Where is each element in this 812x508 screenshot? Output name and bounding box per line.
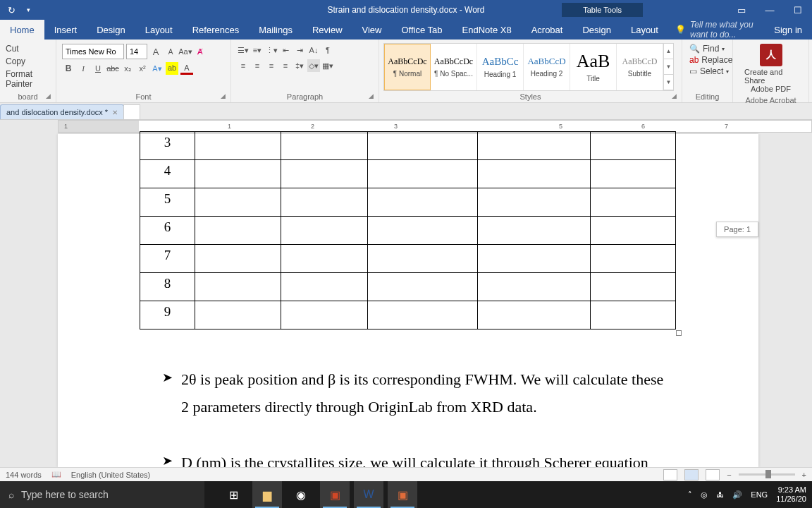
style-title[interactable]: AaBTitle: [570, 44, 617, 90]
print-layout-icon[interactable]: [684, 469, 699, 480]
table-row[interactable]: 6: [140, 217, 676, 245]
new-tab-button[interactable]: [123, 104, 140, 119]
tab-table-design[interactable]: Design: [572, 20, 620, 40]
redo-icon[interactable]: ↻: [6, 4, 17, 16]
styles-up-icon[interactable]: ▲: [664, 44, 673, 59]
justify-icon[interactable]: ≡: [279, 59, 292, 72]
shrink-font-icon[interactable]: A: [164, 45, 177, 58]
shading-icon[interactable]: ◇▾: [307, 59, 320, 72]
table-row[interactable]: 7: [140, 245, 676, 273]
tray-chevron-icon[interactable]: ˄: [688, 490, 692, 500]
align-right-icon[interactable]: ≡: [265, 59, 278, 72]
network-icon[interactable]: 🖧: [716, 490, 724, 499]
chrome-icon[interactable]: ◉: [286, 481, 316, 508]
align-left-icon[interactable]: ≡: [237, 59, 250, 72]
powerpoint-icon[interactable]: ▣: [320, 481, 350, 508]
bold-button[interactable]: B: [62, 62, 75, 75]
word-icon[interactable]: W: [354, 481, 383, 508]
show-marks-icon[interactable]: ¶: [321, 44, 334, 56]
table-row[interactable]: 4: [140, 160, 676, 188]
tab-table-layout[interactable]: Layout: [621, 20, 668, 40]
increase-indent-icon[interactable]: ⇥: [293, 44, 306, 56]
find-button[interactable]: 🔍Find▾: [689, 44, 725, 54]
maximize-button[interactable]: ☐: [784, 0, 812, 20]
style---no-spac---[interactable]: AaBbCcDc¶ No Spac...: [431, 44, 477, 90]
font-size-input[interactable]: [126, 44, 147, 59]
tab-review[interactable]: Review: [302, 20, 352, 40]
text-effects-icon[interactable]: A▾: [151, 62, 164, 75]
body-paragraph-1[interactable]: 2θ is peak position and β is its corresp…: [181, 365, 668, 421]
read-mode-icon[interactable]: [663, 469, 677, 480]
table-row[interactable]: 8: [140, 273, 676, 301]
camtasia-icon[interactable]: ▣: [388, 481, 417, 508]
tab-mailings[interactable]: Mailings: [249, 20, 302, 40]
doc-tab-active[interactable]: and dislocation density.docx * ✕: [0, 104, 124, 119]
tab-endnote[interactable]: EndNote X8: [453, 20, 522, 40]
qat-dropdown-icon[interactable]: ▾: [23, 4, 34, 16]
align-center-icon[interactable]: ≡: [251, 59, 264, 72]
word-count[interactable]: 144 words: [6, 471, 42, 479]
sign-in-link[interactable]: Sign in: [764, 20, 812, 40]
borders-icon[interactable]: ▦▾: [321, 59, 334, 72]
change-case-icon[interactable]: Aa▾: [179, 45, 192, 58]
clear-format-icon[interactable]: A̸: [194, 45, 207, 58]
ribbon-display-icon[interactable]: ▭: [727, 0, 756, 20]
tab-layout[interactable]: Layout: [135, 20, 183, 40]
tab-insert[interactable]: Insert: [44, 20, 87, 40]
minimize-button[interactable]: —: [756, 0, 784, 20]
font-launcher[interactable]: ◢: [221, 92, 229, 101]
line-spacing-icon[interactable]: ‡▾: [293, 59, 306, 72]
language-status[interactable]: English (United States): [71, 471, 151, 479]
taskbar-search[interactable]: ⌕ Type here to search: [0, 481, 204, 508]
numbering-icon[interactable]: ≡▾: [251, 44, 264, 56]
font-name-input[interactable]: [62, 44, 124, 59]
subscript-button[interactable]: x₂: [121, 62, 134, 75]
styles-more-icon[interactable]: ▼: [664, 75, 673, 90]
table-row[interactable]: 3: [140, 132, 676, 160]
tab-office-tab[interactable]: Office Tab: [391, 20, 452, 40]
sort-icon[interactable]: A↓: [307, 44, 320, 56]
decrease-indent-icon[interactable]: ⇤: [279, 44, 292, 56]
zoom-out-icon[interactable]: −: [727, 471, 731, 479]
clipboard-launcher[interactable]: ◢: [46, 92, 54, 101]
style---normal[interactable]: AaBbCcDc¶ Normal: [384, 44, 431, 90]
table-row[interactable]: 9: [140, 301, 676, 329]
web-layout-icon[interactable]: [706, 469, 720, 480]
clock[interactable]: 9:23 AM 11/26/20: [776, 485, 806, 504]
spellcheck-icon[interactable]: 📖: [51, 470, 61, 479]
styles-gallery[interactable]: AaBbCcDc¶ NormalAaBbCcDc¶ No Spac...AaBb…: [383, 43, 674, 91]
replace-button[interactable]: abReplace: [689, 55, 725, 65]
strikethrough-button[interactable]: abc: [106, 62, 119, 75]
styles-down-icon[interactable]: ▼: [664, 59, 673, 75]
underline-button[interactable]: U: [92, 62, 104, 75]
italic-button[interactable]: I: [77, 62, 90, 75]
select-button[interactable]: ▭Select▾: [689, 66, 725, 76]
create-share-pdf-button[interactable]: 人 Create and Share Adobe PDF: [737, 41, 804, 96]
bullets-icon[interactable]: ☰▾: [237, 44, 250, 56]
table-resize-handle[interactable]: [676, 330, 682, 336]
style-subtitle[interactable]: AaBbCcDSubtitle: [617, 44, 663, 90]
zoom-slider[interactable]: [739, 473, 795, 476]
volume-icon[interactable]: 🔊: [732, 490, 742, 500]
grow-font-icon[interactable]: A: [149, 45, 162, 58]
location-icon[interactable]: ◎: [701, 490, 708, 500]
tab-references[interactable]: References: [183, 20, 249, 40]
format-painter-button[interactable]: Format Painter: [6, 69, 46, 89]
style-heading-2[interactable]: AaBbCcDHeading 2: [524, 44, 570, 90]
close-tab-icon[interactable]: ✕: [112, 109, 118, 116]
paragraph-launcher[interactable]: ◢: [369, 92, 377, 101]
styles-launcher[interactable]: ◢: [672, 92, 680, 101]
tab-view[interactable]: View: [352, 20, 392, 40]
copy-button[interactable]: Copy: [6, 56, 46, 66]
tab-acrobat[interactable]: Acrobat: [522, 20, 573, 40]
document-table[interactable]: 3456789: [140, 131, 676, 329]
superscript-button[interactable]: x²: [136, 62, 149, 75]
task-view-icon[interactable]: ⊞: [219, 481, 248, 508]
table-row[interactable]: 5: [140, 188, 676, 217]
zoom-in-icon[interactable]: +: [802, 471, 806, 479]
tell-me-box[interactable]: 💡 Tell me what you want to do...: [668, 20, 764, 40]
highlight-icon[interactable]: ab: [166, 62, 178, 75]
tab-home[interactable]: Home: [0, 20, 44, 40]
page[interactable]: 3456789 ➤ 2θ is peak position and β is i…: [58, 134, 758, 467]
cut-button[interactable]: Cut: [6, 44, 46, 54]
